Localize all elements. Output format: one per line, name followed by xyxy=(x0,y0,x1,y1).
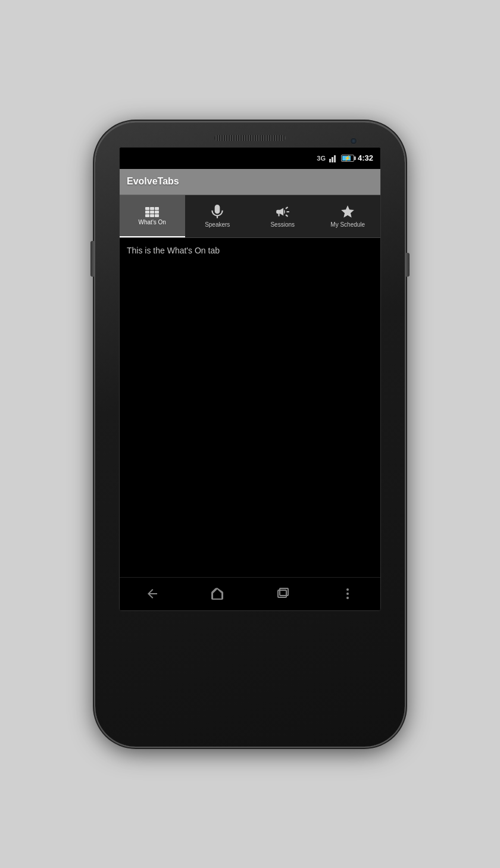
tab-sessions-label: Sessions xyxy=(270,222,295,228)
home-icon xyxy=(210,587,224,601)
tab-my-schedule[interactable]: My Schedule xyxy=(315,195,381,237)
star-icon xyxy=(340,204,355,220)
menu-button[interactable] xyxy=(331,582,364,606)
tab-speakers-label: Speakers xyxy=(205,222,230,228)
status-time: 4:32 xyxy=(358,153,373,162)
svg-point-5 xyxy=(346,588,349,591)
status-bar: 3G ⚡ 4:32 xyxy=(120,148,380,169)
home-button[interactable] xyxy=(201,582,234,606)
overflow-menu-icon xyxy=(340,587,355,601)
back-button[interactable] xyxy=(136,582,169,606)
back-icon xyxy=(145,587,160,601)
svg-rect-0 xyxy=(329,159,331,162)
tab-whats-on-label: What's On xyxy=(139,220,166,225)
action-bar: EvolveTabs xyxy=(120,169,380,195)
phone-device: 3G ⚡ 4:32 EvolveTabs xyxy=(95,122,405,747)
battery-indicator: ⚡ xyxy=(341,155,354,162)
tab-speakers[interactable]: Speakers xyxy=(185,195,251,237)
svg-rect-2 xyxy=(334,155,336,162)
signal-bars-icon xyxy=(329,154,338,162)
whats-on-text: This is the What's On tab xyxy=(127,246,220,255)
recent-apps-icon xyxy=(276,587,290,601)
signal-indicator: 3G xyxy=(317,155,326,162)
whats-on-content: This is the What's On tab xyxy=(120,238,380,263)
microphone-icon xyxy=(210,204,225,220)
speaker-grille xyxy=(214,135,286,141)
grid-icon xyxy=(145,207,159,217)
tabs-bar: What's On Speakers Sessions xyxy=(120,195,380,238)
svg-point-6 xyxy=(346,593,349,595)
phone-top-area xyxy=(95,122,405,147)
tab-whats-on[interactable]: What's On xyxy=(120,195,185,237)
content-area: This is the What's On tab xyxy=(120,238,380,577)
recent-apps-button[interactable] xyxy=(266,582,299,606)
tab-my-schedule-label: My Schedule xyxy=(330,222,365,228)
tab-sessions[interactable]: Sessions xyxy=(250,195,315,237)
front-camera xyxy=(350,137,357,145)
app-title: EvolveTabs xyxy=(127,176,179,187)
phone-bottom-area xyxy=(95,611,405,747)
svg-point-7 xyxy=(346,597,349,599)
megaphone-icon xyxy=(275,204,290,220)
svg-rect-1 xyxy=(332,157,333,162)
phone-screen: 3G ⚡ 4:32 EvolveTabs xyxy=(119,147,381,611)
navigation-bar xyxy=(120,577,380,610)
